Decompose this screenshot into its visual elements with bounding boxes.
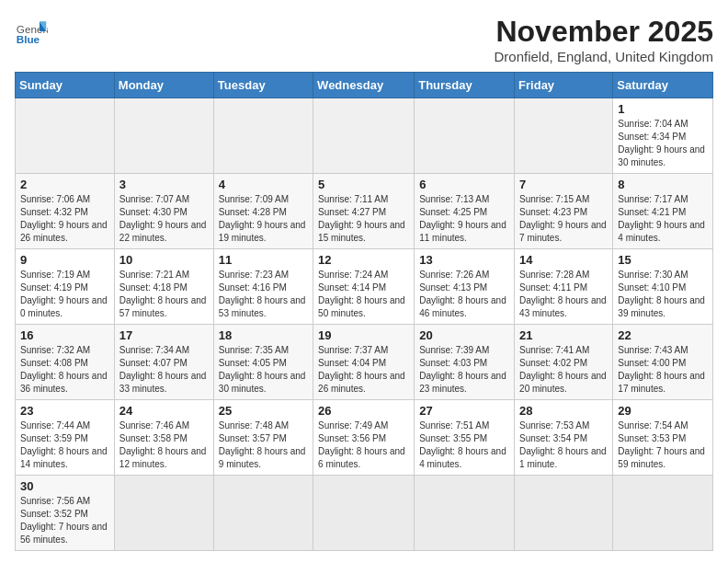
logo-icon: General Blue xyxy=(15,15,48,48)
calendar-cell xyxy=(415,98,515,174)
calendar-cell: 7Sunrise: 7:15 AM Sunset: 4:23 PM Daylig… xyxy=(515,174,613,249)
col-monday: Monday xyxy=(114,73,213,98)
calendar-cell: 5Sunrise: 7:11 AM Sunset: 4:27 PM Daylig… xyxy=(313,174,415,249)
day-number: 20 xyxy=(419,328,509,342)
calendar-cell: 12Sunrise: 7:24 AM Sunset: 4:14 PM Dayli… xyxy=(313,249,415,325)
day-number: 25 xyxy=(219,404,308,418)
page-header: General Blue November 2025 Dronfield, En… xyxy=(15,15,713,64)
title-block: November 2025 Dronfield, England, United… xyxy=(495,15,713,64)
day-number: 19 xyxy=(318,328,409,342)
calendar-cell xyxy=(415,476,515,551)
day-number: 26 xyxy=(318,404,409,418)
calendar-cell xyxy=(114,98,213,174)
day-number: 5 xyxy=(318,178,409,191)
day-number: 4 xyxy=(219,178,308,191)
day-info: Sunrise: 7:35 AM Sunset: 4:05 PM Dayligh… xyxy=(219,344,308,396)
calendar-cell: 4Sunrise: 7:09 AM Sunset: 4:28 PM Daylig… xyxy=(213,174,313,249)
day-info: Sunrise: 7:43 AM Sunset: 4:00 PM Dayligh… xyxy=(618,344,708,396)
day-info: Sunrise: 7:46 AM Sunset: 3:58 PM Dayligh… xyxy=(119,419,209,471)
day-info: Sunrise: 7:41 AM Sunset: 4:02 PM Dayligh… xyxy=(519,344,608,396)
calendar-cell: 21Sunrise: 7:41 AM Sunset: 4:02 PM Dayli… xyxy=(515,325,613,400)
day-info: Sunrise: 7:48 AM Sunset: 3:57 PM Dayligh… xyxy=(219,419,308,471)
day-number: 6 xyxy=(419,178,509,191)
calendar-cell: 11Sunrise: 7:23 AM Sunset: 4:16 PM Dayli… xyxy=(213,249,313,325)
day-number: 2 xyxy=(20,178,109,191)
day-number: 17 xyxy=(119,328,209,342)
calendar-cell: 16Sunrise: 7:32 AM Sunset: 4:08 PM Dayli… xyxy=(16,325,115,400)
day-number: 1 xyxy=(618,102,708,116)
calendar-cell: 25Sunrise: 7:48 AM Sunset: 3:57 PM Dayli… xyxy=(213,400,313,476)
day-info: Sunrise: 7:24 AM Sunset: 4:14 PM Dayligh… xyxy=(318,269,409,320)
col-saturday: Saturday xyxy=(613,73,713,98)
calendar-week-row: 1Sunrise: 7:04 AM Sunset: 4:34 PM Daylig… xyxy=(16,98,713,174)
day-info: Sunrise: 7:23 AM Sunset: 4:16 PM Dayligh… xyxy=(219,269,308,320)
calendar-cell xyxy=(213,476,313,551)
day-number: 8 xyxy=(618,178,708,191)
calendar-cell: 26Sunrise: 7:49 AM Sunset: 3:56 PM Dayli… xyxy=(313,400,415,476)
calendar-cell: 3Sunrise: 7:07 AM Sunset: 4:30 PM Daylig… xyxy=(114,174,213,249)
day-info: Sunrise: 7:07 AM Sunset: 4:30 PM Dayligh… xyxy=(119,193,209,245)
day-number: 13 xyxy=(419,253,509,267)
calendar-cell: 14Sunrise: 7:28 AM Sunset: 4:11 PM Dayli… xyxy=(515,249,613,325)
day-info: Sunrise: 7:30 AM Sunset: 4:10 PM Dayligh… xyxy=(618,269,708,320)
day-info: Sunrise: 7:21 AM Sunset: 4:18 PM Dayligh… xyxy=(119,269,209,320)
day-number: 22 xyxy=(618,328,708,342)
day-number: 7 xyxy=(519,178,608,191)
col-thursday: Thursday xyxy=(415,73,515,98)
calendar-cell: 29Sunrise: 7:54 AM Sunset: 3:53 PM Dayli… xyxy=(613,400,713,476)
day-info: Sunrise: 7:56 AM Sunset: 3:52 PM Dayligh… xyxy=(20,495,109,546)
calendar-cell: 28Sunrise: 7:53 AM Sunset: 3:54 PM Dayli… xyxy=(515,400,613,476)
calendar-cell: 24Sunrise: 7:46 AM Sunset: 3:58 PM Dayli… xyxy=(114,400,213,476)
calendar-week-row: 9Sunrise: 7:19 AM Sunset: 4:19 PM Daylig… xyxy=(16,249,713,325)
day-number: 30 xyxy=(20,479,109,493)
calendar-header-row: Sunday Monday Tuesday Wednesday Thursday… xyxy=(16,73,713,98)
calendar-week-row: 23Sunrise: 7:44 AM Sunset: 3:59 PM Dayli… xyxy=(16,400,713,476)
day-info: Sunrise: 7:51 AM Sunset: 3:55 PM Dayligh… xyxy=(419,419,509,471)
calendar-cell xyxy=(213,98,313,174)
day-info: Sunrise: 7:09 AM Sunset: 4:28 PM Dayligh… xyxy=(219,193,308,245)
day-info: Sunrise: 7:15 AM Sunset: 4:23 PM Dayligh… xyxy=(519,193,608,245)
day-number: 3 xyxy=(119,178,209,191)
day-info: Sunrise: 7:11 AM Sunset: 4:27 PM Dayligh… xyxy=(318,193,409,245)
day-number: 27 xyxy=(419,404,509,418)
day-number: 11 xyxy=(219,253,308,267)
calendar-cell: 6Sunrise: 7:13 AM Sunset: 4:25 PM Daylig… xyxy=(415,174,515,249)
calendar-cell: 10Sunrise: 7:21 AM Sunset: 4:18 PM Dayli… xyxy=(114,249,213,325)
day-number: 15 xyxy=(618,253,708,267)
calendar-cell: 17Sunrise: 7:34 AM Sunset: 4:07 PM Dayli… xyxy=(114,325,213,400)
calendar-cell xyxy=(613,476,713,551)
calendar-cell: 13Sunrise: 7:26 AM Sunset: 4:13 PM Dayli… xyxy=(415,249,515,325)
col-tuesday: Tuesday xyxy=(213,73,313,98)
day-number: 28 xyxy=(519,404,608,418)
day-info: Sunrise: 7:39 AM Sunset: 4:03 PM Dayligh… xyxy=(419,344,509,396)
calendar-cell xyxy=(16,98,115,174)
calendar-week-row: 16Sunrise: 7:32 AM Sunset: 4:08 PM Dayli… xyxy=(16,325,713,400)
day-info: Sunrise: 7:54 AM Sunset: 3:53 PM Dayligh… xyxy=(618,419,708,471)
day-info: Sunrise: 7:19 AM Sunset: 4:19 PM Dayligh… xyxy=(20,269,109,320)
location: Dronfield, England, United Kingdom xyxy=(495,49,713,64)
day-number: 12 xyxy=(318,253,409,267)
calendar-cell: 22Sunrise: 7:43 AM Sunset: 4:00 PM Dayli… xyxy=(613,325,713,400)
day-info: Sunrise: 7:26 AM Sunset: 4:13 PM Dayligh… xyxy=(419,269,509,320)
day-info: Sunrise: 7:04 AM Sunset: 4:34 PM Dayligh… xyxy=(618,118,708,169)
day-info: Sunrise: 7:06 AM Sunset: 4:32 PM Dayligh… xyxy=(20,193,109,245)
col-wednesday: Wednesday xyxy=(313,73,415,98)
calendar-cell: 18Sunrise: 7:35 AM Sunset: 4:05 PM Dayli… xyxy=(213,325,313,400)
calendar-table: Sunday Monday Tuesday Wednesday Thursday… xyxy=(15,72,713,551)
svg-text:Blue: Blue xyxy=(17,33,40,45)
day-number: 24 xyxy=(119,404,209,418)
calendar-cell: 9Sunrise: 7:19 AM Sunset: 4:19 PM Daylig… xyxy=(16,249,115,325)
day-number: 14 xyxy=(519,253,608,267)
col-sunday: Sunday xyxy=(16,73,115,98)
day-info: Sunrise: 7:13 AM Sunset: 4:25 PM Dayligh… xyxy=(419,193,509,245)
day-number: 23 xyxy=(20,404,109,418)
calendar-cell: 23Sunrise: 7:44 AM Sunset: 3:59 PM Dayli… xyxy=(16,400,115,476)
day-info: Sunrise: 7:53 AM Sunset: 3:54 PM Dayligh… xyxy=(519,419,608,471)
day-info: Sunrise: 7:34 AM Sunset: 4:07 PM Dayligh… xyxy=(119,344,209,396)
logo: General Blue xyxy=(15,15,48,48)
day-info: Sunrise: 7:37 AM Sunset: 4:04 PM Dayligh… xyxy=(318,344,409,396)
day-number: 21 xyxy=(519,328,608,342)
day-info: Sunrise: 7:49 AM Sunset: 3:56 PM Dayligh… xyxy=(318,419,409,471)
day-info: Sunrise: 7:32 AM Sunset: 4:08 PM Dayligh… xyxy=(20,344,109,396)
col-friday: Friday xyxy=(515,73,613,98)
